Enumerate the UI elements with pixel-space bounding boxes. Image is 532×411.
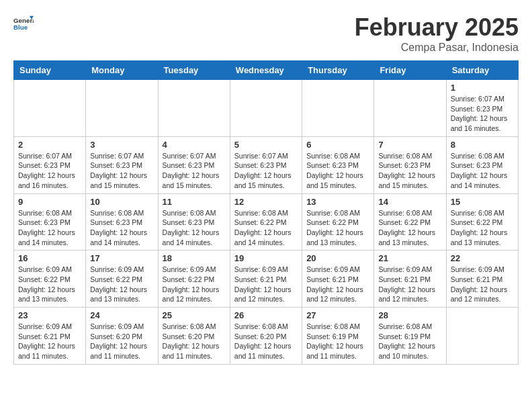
weekday-header-monday: Monday [86, 61, 158, 80]
day-info: Sunrise: 6:08 AM Sunset: 6:23 PM Dayligh… [378, 151, 441, 191]
day-info: Sunrise: 6:09 AM Sunset: 6:22 PM Dayligh… [18, 265, 81, 304]
calendar-cell: 19Sunrise: 6:09 AM Sunset: 6:21 PM Dayli… [230, 250, 302, 308]
calendar-cell [230, 80, 302, 137]
calendar-cell [14, 80, 86, 137]
month-title: February 2025 [355, 13, 519, 42]
weekday-header-row: SundayMondayTuesdayWednesdayThursdayFrid… [14, 61, 519, 80]
calendar-cell: 23Sunrise: 6:09 AM Sunset: 6:21 PM Dayli… [14, 308, 86, 365]
calendar-cell: 9Sunrise: 6:08 AM Sunset: 6:23 PM Daylig… [14, 193, 86, 250]
day-info: Sunrise: 6:08 AM Sunset: 6:23 PM Dayligh… [18, 208, 81, 248]
day-number: 7 [378, 140, 441, 150]
calendar-cell: 3Sunrise: 6:07 AM Sunset: 6:23 PM Daylig… [86, 136, 158, 193]
day-number: 22 [451, 253, 514, 263]
calendar-cell: 24Sunrise: 6:09 AM Sunset: 6:20 PM Dayli… [86, 308, 158, 365]
day-info: Sunrise: 6:07 AM Sunset: 6:23 PM Dayligh… [234, 151, 298, 191]
day-info: Sunrise: 6:07 AM Sunset: 6:23 PM Dayligh… [90, 151, 153, 191]
week-row-4: 23Sunrise: 6:09 AM Sunset: 6:21 PM Dayli… [14, 308, 519, 365]
day-info: Sunrise: 6:08 AM Sunset: 6:20 PM Dayligh… [234, 322, 298, 361]
day-info: Sunrise: 6:07 AM Sunset: 6:23 PM Dayligh… [18, 151, 81, 191]
day-number: 4 [163, 140, 226, 150]
day-number: 28 [378, 310, 441, 320]
week-row-3: 16Sunrise: 6:09 AM Sunset: 6:22 PM Dayli… [14, 250, 519, 308]
calendar-cell: 20Sunrise: 6:09 AM Sunset: 6:21 PM Dayli… [302, 250, 374, 308]
calendar-cell: 25Sunrise: 6:08 AM Sunset: 6:20 PM Dayli… [158, 308, 230, 365]
day-number: 23 [18, 310, 81, 320]
calendar-cell: 22Sunrise: 6:09 AM Sunset: 6:21 PM Dayli… [446, 250, 518, 308]
day-info: Sunrise: 6:09 AM Sunset: 6:21 PM Dayligh… [451, 265, 514, 304]
day-number: 27 [306, 310, 369, 320]
calendar-cell: 16Sunrise: 6:09 AM Sunset: 6:22 PM Dayli… [14, 250, 86, 308]
calendar-cell: 2Sunrise: 6:07 AM Sunset: 6:23 PM Daylig… [14, 136, 86, 193]
weekday-header-saturday: Saturday [446, 61, 518, 80]
calendar-cell [86, 80, 158, 137]
logo-icon: General Blue [13, 13, 34, 34]
weekday-header-thursday: Thursday [302, 61, 374, 80]
day-number: 11 [163, 197, 226, 207]
calendar-cell: 17Sunrise: 6:09 AM Sunset: 6:22 PM Dayli… [86, 250, 158, 308]
day-number: 9 [18, 197, 81, 207]
calendar-cell: 28Sunrise: 6:08 AM Sunset: 6:19 PM Dayli… [374, 308, 446, 365]
calendar-cell: 5Sunrise: 6:07 AM Sunset: 6:23 PM Daylig… [230, 136, 302, 193]
calendar: SundayMondayTuesdayWednesdayThursdayFrid… [13, 60, 519, 365]
day-number: 16 [18, 253, 81, 263]
logo: General Blue [13, 13, 34, 34]
day-info: Sunrise: 6:09 AM Sunset: 6:21 PM Dayligh… [18, 322, 81, 361]
day-number: 10 [90, 197, 153, 207]
day-number: 26 [234, 310, 298, 320]
calendar-cell: 6Sunrise: 6:08 AM Sunset: 6:23 PM Daylig… [302, 136, 374, 193]
day-info: Sunrise: 6:08 AM Sunset: 6:22 PM Dayligh… [306, 208, 369, 248]
day-number: 12 [234, 197, 298, 207]
day-number: 21 [378, 253, 441, 263]
day-number: 25 [163, 310, 226, 320]
calendar-cell: 12Sunrise: 6:08 AM Sunset: 6:22 PM Dayli… [230, 193, 302, 250]
day-info: Sunrise: 6:08 AM Sunset: 6:23 PM Dayligh… [90, 208, 153, 248]
day-info: Sunrise: 6:08 AM Sunset: 6:23 PM Dayligh… [451, 151, 514, 191]
calendar-cell: 7Sunrise: 6:08 AM Sunset: 6:23 PM Daylig… [374, 136, 446, 193]
day-info: Sunrise: 6:09 AM Sunset: 6:22 PM Dayligh… [163, 265, 226, 304]
week-row-2: 9Sunrise: 6:08 AM Sunset: 6:23 PM Daylig… [14, 193, 519, 250]
day-info: Sunrise: 6:07 AM Sunset: 6:23 PM Dayligh… [163, 151, 226, 191]
calendar-cell: 21Sunrise: 6:09 AM Sunset: 6:21 PM Dayli… [374, 250, 446, 308]
day-number: 18 [163, 253, 226, 263]
day-number: 1 [451, 83, 514, 93]
day-number: 13 [306, 197, 369, 207]
calendar-cell: 27Sunrise: 6:08 AM Sunset: 6:19 PM Dayli… [302, 308, 374, 365]
day-info: Sunrise: 6:07 AM Sunset: 6:23 PM Dayligh… [451, 94, 514, 134]
calendar-cell: 15Sunrise: 6:08 AM Sunset: 6:22 PM Dayli… [446, 193, 518, 250]
calendar-cell: 8Sunrise: 6:08 AM Sunset: 6:23 PM Daylig… [446, 136, 518, 193]
day-number: 3 [90, 140, 153, 150]
calendar-cell: 14Sunrise: 6:08 AM Sunset: 6:22 PM Dayli… [374, 193, 446, 250]
calendar-cell: 4Sunrise: 6:07 AM Sunset: 6:23 PM Daylig… [158, 136, 230, 193]
weekday-header-wednesday: Wednesday [230, 61, 302, 80]
calendar-cell [374, 80, 446, 137]
svg-text:Blue: Blue [13, 24, 28, 31]
day-info: Sunrise: 6:08 AM Sunset: 6:19 PM Dayligh… [378, 322, 441, 361]
calendar-cell: 18Sunrise: 6:09 AM Sunset: 6:22 PM Dayli… [158, 250, 230, 308]
week-row-1: 2Sunrise: 6:07 AM Sunset: 6:23 PM Daylig… [14, 136, 519, 193]
day-number: 24 [90, 310, 153, 320]
day-number: 6 [306, 140, 369, 150]
day-info: Sunrise: 6:09 AM Sunset: 6:21 PM Dayligh… [378, 265, 441, 304]
day-number: 5 [234, 140, 298, 150]
weekday-header-sunday: Sunday [14, 61, 86, 80]
day-info: Sunrise: 6:08 AM Sunset: 6:20 PM Dayligh… [163, 322, 226, 361]
day-info: Sunrise: 6:08 AM Sunset: 6:19 PM Dayligh… [306, 322, 369, 361]
day-info: Sunrise: 6:08 AM Sunset: 6:22 PM Dayligh… [378, 208, 441, 248]
day-info: Sunrise: 6:08 AM Sunset: 6:23 PM Dayligh… [306, 151, 369, 191]
calendar-cell: 13Sunrise: 6:08 AM Sunset: 6:22 PM Dayli… [302, 193, 374, 250]
day-number: 2 [18, 140, 81, 150]
day-info: Sunrise: 6:09 AM Sunset: 6:20 PM Dayligh… [90, 322, 153, 361]
calendar-cell: 1Sunrise: 6:07 AM Sunset: 6:23 PM Daylig… [446, 80, 518, 137]
week-row-0: 1Sunrise: 6:07 AM Sunset: 6:23 PM Daylig… [14, 80, 519, 137]
day-number: 8 [451, 140, 514, 150]
day-info: Sunrise: 6:08 AM Sunset: 6:23 PM Dayligh… [163, 208, 226, 248]
day-number: 20 [306, 253, 369, 263]
day-number: 14 [378, 197, 441, 207]
day-number: 19 [234, 253, 298, 263]
calendar-cell: 11Sunrise: 6:08 AM Sunset: 6:23 PM Dayli… [158, 193, 230, 250]
calendar-cell [158, 80, 230, 137]
day-info: Sunrise: 6:08 AM Sunset: 6:22 PM Dayligh… [451, 208, 514, 248]
weekday-header-tuesday: Tuesday [158, 61, 230, 80]
calendar-cell [302, 80, 374, 137]
day-info: Sunrise: 6:09 AM Sunset: 6:21 PM Dayligh… [234, 265, 298, 304]
